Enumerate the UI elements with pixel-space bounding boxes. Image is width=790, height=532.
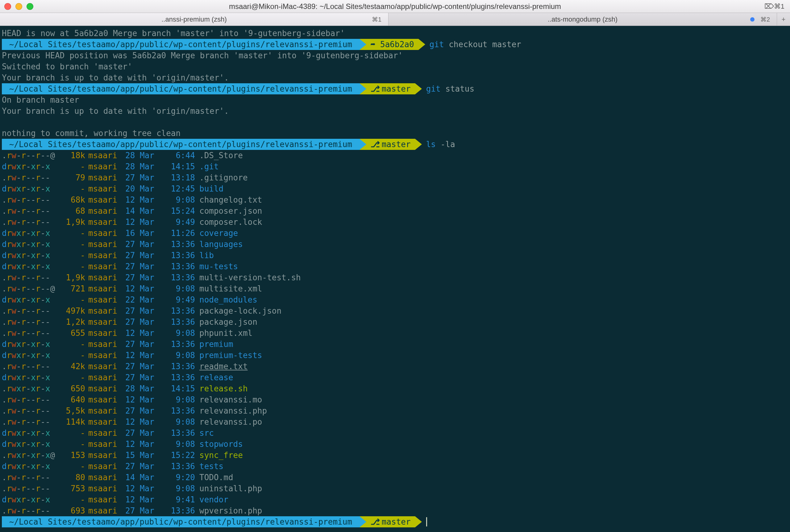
ls-user: msaari: [85, 150, 125, 161]
text-cursor: [426, 517, 427, 527]
ls-user: msaari: [85, 472, 125, 483]
ls-perm: drwxr-xr-x: [2, 161, 57, 172]
chevron-right-icon: [360, 139, 366, 150]
git-branch-icon: [371, 139, 382, 150]
ls-row: drwxr-xr-x-msaari22 Mar9:49node_modules: [2, 294, 788, 305]
ls-perm: .rw-r--r--: [2, 327, 57, 339]
ls-size: 650: [57, 383, 85, 394]
ls-perm: .rw-r--r--: [2, 272, 57, 283]
ls-row: .rw-r--r--497kmsaari27 Mar13:36package-l…: [2, 305, 788, 317]
ls-time: 9:41: [165, 494, 199, 505]
ls-filename: mu-tests: [199, 261, 238, 272]
ls-user: msaari: [85, 294, 125, 305]
ls-filename: package.json: [199, 317, 257, 327]
ls-row: .rwxr-xr-x@153msaari15 Mar15:22sync_free: [2, 450, 788, 461]
ls-user: msaari: [85, 317, 125, 327]
ls-row: .rw-r--r--68msaari14 Mar15:24composer.js…: [2, 205, 788, 216]
chevron-right-icon: [415, 139, 422, 150]
window-titlebar: msaari@Mikon-iMac-4389: ~/Local Sites/te…: [0, 0, 790, 13]
terminal-line: ~/Local Sites/testaamo/app/public/wp-con…: [2, 39, 788, 50]
tab-1[interactable]: ..ats-mongodump (zsh)⌘2: [388, 13, 777, 25]
ls-date: 12 Mar: [125, 394, 165, 405]
ls-filename: wpversion.php: [199, 505, 262, 516]
ls-row: drwxr-xr-x-msaari27 Mar13:36lib: [2, 250, 788, 261]
ls-user: msaari: [85, 450, 125, 461]
ls-filename: coverage: [199, 228, 238, 239]
ls-time: 9:08: [165, 194, 199, 205]
ls-filename: src: [199, 428, 214, 439]
prompt-branch: master: [366, 139, 415, 150]
terminal-line: [2, 117, 788, 128]
ls-size: -: [57, 161, 85, 172]
ls-perm: drwxr-xr-x: [2, 339, 57, 350]
ls-time: 13:36: [165, 361, 199, 372]
zoom-window-button[interactable]: [26, 3, 33, 10]
ls-row: .rw-r--r--640msaari12 Mar9:08relevanssi.…: [2, 394, 788, 405]
ls-size: -: [57, 428, 85, 439]
ls-perm: .rw-r--r--@: [2, 283, 57, 294]
window-title: msaari@Mikon-iMac-4389: ~/Local Sites/te…: [0, 1, 790, 12]
ls-date: 28 Mar: [125, 161, 165, 172]
ls-size: -: [57, 261, 85, 272]
ls-size: -: [57, 239, 85, 250]
close-window-button[interactable]: [4, 3, 11, 10]
ls-size: 693: [57, 505, 85, 516]
ls-perm: .rw-r--r--: [2, 483, 57, 494]
ls-time: 9:49: [165, 216, 199, 228]
ls-time: 11:26: [165, 228, 199, 239]
git-branch-icon: [371, 516, 382, 527]
ls-user: msaari: [85, 283, 125, 294]
ls-row: drwxr-xr-x-msaari16 Mar11:26coverage: [2, 228, 788, 239]
ls-date: 14 Mar: [125, 205, 165, 216]
ls-perm: .rwxr-xr-x@: [2, 450, 57, 461]
ls-filename: relevanssi.po: [199, 416, 262, 428]
ls-user: msaari: [85, 339, 125, 350]
ls-size: -: [57, 494, 85, 505]
ls-date: 16 Mar: [125, 228, 165, 239]
ls-filename: package-lock.json: [199, 305, 281, 317]
ls-perm: .rw-r--r--: [2, 317, 57, 327]
ls-size: -: [57, 250, 85, 261]
ls-size: 80: [57, 472, 85, 483]
prompt-current[interactable]: ~/Local Sites/testaamo/app/public/wp-con…: [2, 516, 788, 527]
ls-user: msaari: [85, 461, 125, 472]
ls-row: .rw-r--r--1,2kmsaari27 Mar13:36package.j…: [2, 317, 788, 327]
new-tab-button[interactable]: +: [777, 13, 790, 25]
ls-filename: tests: [199, 461, 223, 472]
ls-perm: .rw-r--r--: [2, 172, 57, 183]
ls-row: drwxr-xr-x-msaari28 Mar14:15.git: [2, 161, 788, 172]
ls-perm: .rw-r--r--: [2, 472, 57, 483]
ls-perm: .rw-r--r--: [2, 505, 57, 516]
ls-size: 42k: [57, 361, 85, 372]
ls-time: 14:15: [165, 161, 199, 172]
ls-filename: sync_free: [199, 450, 243, 461]
terminal-line: Switched to branch 'master': [2, 61, 788, 72]
ls-user: msaari: [85, 372, 125, 383]
chevron-right-icon: [360, 83, 366, 94]
prompt-branch: ➦ 5a6b2a0: [366, 39, 419, 50]
ls-size: 1,9k: [57, 216, 85, 228]
ls-row: .rwxr-xr-x650msaari28 Mar14:15release.sh: [2, 383, 788, 394]
ls-size: 497k: [57, 305, 85, 317]
ls-user: msaari: [85, 239, 125, 250]
ls-filename: .git: [199, 161, 219, 172]
ls-date: 27 Mar: [125, 505, 165, 516]
prompt-branch: master: [366, 83, 415, 94]
ls-size: -: [57, 439, 85, 450]
traffic-lights: [4, 3, 33, 10]
ls-perm: .rw-r--r--: [2, 216, 57, 228]
ls-filename: premium-tests: [199, 350, 262, 361]
terminal-viewport[interactable]: HEAD is now at 5a6b2a0 Merge branch 'mas…: [0, 26, 790, 532]
ls-user: msaari: [85, 361, 125, 372]
ls-time: 9:20: [165, 472, 199, 483]
ls-row: .rw-r--r--5,5kmsaari27 Mar13:36relevanss…: [2, 405, 788, 416]
minimize-window-button[interactable]: [15, 3, 22, 10]
terminal-line: ~/Local Sites/testaamo/app/public/wp-con…: [2, 139, 788, 150]
tab-0[interactable]: ..anssi-premium (zsh)⌘1: [0, 13, 388, 25]
ls-user: msaari: [85, 261, 125, 272]
chevron-right-icon: [415, 83, 422, 94]
ls-perm: .rwxr-xr-x: [2, 383, 57, 394]
ls-time: 13:36: [165, 505, 199, 516]
ls-date: 12 Mar: [125, 439, 165, 450]
tab-label: ..anssi-premium (zsh): [161, 14, 226, 25]
